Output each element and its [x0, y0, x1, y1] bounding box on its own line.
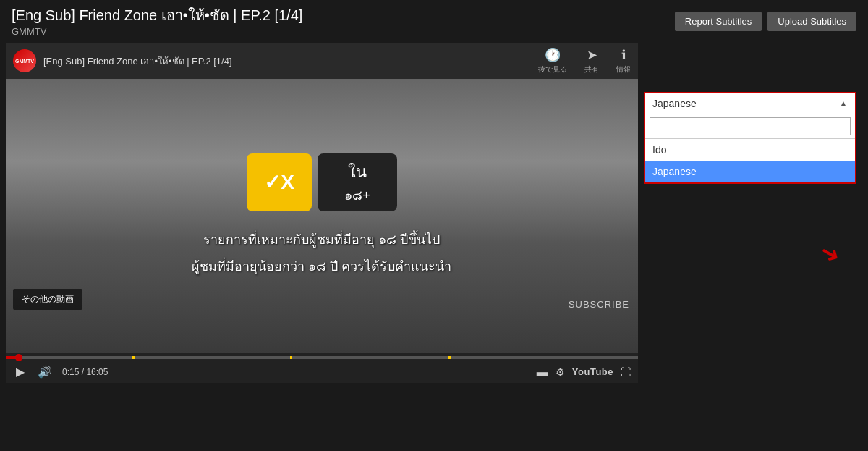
math-symbol: ✓X [264, 170, 294, 194]
thai-char-bottom: ๑๘+ [344, 185, 370, 206]
video-info-left: GMMTV [Eng Sub] Friend Zone เอา•ให้•ชัด … [13, 49, 232, 72]
chapter-marker-1 [132, 356, 135, 359]
watch-later-label: 後で見る [538, 64, 567, 75]
dropdown-selected-row[interactable]: Japanese ▲ [645, 93, 855, 114]
settings-button[interactable]: ⚙ [556, 366, 565, 378]
language-dropdown-container: Japanese ▲ Ido Japanese [644, 92, 856, 184]
share-action[interactable]: ➤ 共有 [584, 47, 599, 75]
dropdown-selected-value: Japanese [652, 98, 697, 109]
math-box-yellow: ✓X [247, 153, 312, 211]
dropdown-option-ido[interactable]: Ido [645, 139, 855, 161]
video-section: GMMTV [Eng Sub] Friend Zone เอา•ให้•ชัด … [6, 43, 638, 383]
report-subtitles-button[interactable]: Report Subtitles [675, 12, 762, 31]
math-box-container: ✓X ใน ๑๘+ [247, 153, 397, 211]
header-left: [Eng Sub] Friend Zone เอา•ให้•ชัด | EP.2… [12, 6, 302, 37]
info-action[interactable]: ℹ 情報 [616, 47, 631, 75]
clock-icon: 🕐 [545, 47, 561, 63]
other-videos-button[interactable]: その他の動画 [13, 289, 82, 310]
controls-bar: ▶ 🔊 0:15 / 16:05 ▬ ⚙ YouTube ⛶ [6, 361, 638, 383]
time-display: 0:15 / 16:05 [62, 367, 108, 377]
play-button[interactable]: ▶ [13, 363, 27, 380]
red-arrow-icon: ➜ [815, 237, 846, 270]
thai-text-line1: รายการที่เหมาะกับผู้ชมที่มีอายุ ๑๘ ปีขึ้… [203, 229, 440, 250]
progress-area[interactable] [6, 353, 638, 361]
right-panel: Japanese ▲ Ido Japanese ➜ [638, 43, 862, 383]
fullscreen-button[interactable]: ⛶ [621, 366, 631, 378]
video-info-bar: GMMTV [Eng Sub] Friend Zone เอา•ให้•ชัด … [6, 43, 638, 79]
chapter-marker-2 [290, 356, 292, 359]
header-buttons: Report Subtitles Upload Subtitles [675, 12, 856, 31]
progress-bar-track[interactable] [6, 356, 638, 359]
chevron-up-icon: ▲ [839, 98, 848, 109]
main-content: GMMTV [Eng Sub] Friend Zone เอา•ให้•ชัด … [0, 43, 868, 383]
progress-bar-fill [6, 356, 15, 359]
page-header: [Eng Sub] Friend Zone เอา•ให้•ชัด | EP.2… [0, 0, 868, 43]
thai-char-top: ใน [348, 159, 367, 185]
dropdown-search-area [645, 114, 855, 139]
watch-later-action[interactable]: 🕐 後で見る [538, 47, 567, 75]
video-player: ✓X ใน ๑๘+ รายการที่เหมาะกับผู้ชมที่มีอาย… [6, 79, 638, 383]
info-icon: ℹ [621, 47, 626, 63]
video-content-area: ✓X ใน ๑๘+ รายการที่เหมาะกับผู้ชมที่มีอาย… [6, 79, 638, 353]
video-screen[interactable]: ✓X ใน ๑๘+ รายการที่เหมาะกับผู้ชมที่มีอาย… [6, 79, 638, 353]
youtube-logo: YouTube [572, 366, 613, 377]
subscribe-label: SUBSCRIBE [569, 299, 629, 310]
volume-button[interactable]: 🔊 [35, 363, 55, 380]
thai-text-line2: ผู้ชมที่มีอายุน้อยกว่า ๑๘ ปี ควรได้รับคำ… [192, 256, 451, 277]
time-current: 0:15 [62, 367, 79, 377]
time-total: 16:05 [86, 367, 108, 377]
dropdown-option-japanese[interactable]: Japanese [645, 161, 855, 182]
video-info-title: [Eng Sub] Friend Zone เอา•ให้•ชัด | EP.2… [43, 54, 232, 69]
share-label: 共有 [584, 64, 599, 75]
channel-name: GMMTV [12, 26, 302, 37]
video-info-right: 🕐 後で見る ➤ 共有 ℹ 情報 [538, 47, 631, 75]
channel-icon: GMMTV [13, 49, 36, 72]
math-box-dark: ใน ๑๘+ [318, 153, 397, 211]
info-label: 情報 [616, 64, 631, 75]
share-icon: ➤ [587, 47, 597, 63]
chapter-marker-3 [448, 356, 451, 359]
dropdown-search-input[interactable] [650, 117, 851, 135]
channel-icon-text: GMMTV [15, 59, 34, 64]
upload-subtitles-button[interactable]: Upload Subtitles [767, 12, 856, 31]
subtitles-button[interactable]: ▬ [537, 366, 548, 379]
page-title: [Eng Sub] Friend Zone เอา•ให้•ชัด | EP.2… [12, 6, 302, 25]
